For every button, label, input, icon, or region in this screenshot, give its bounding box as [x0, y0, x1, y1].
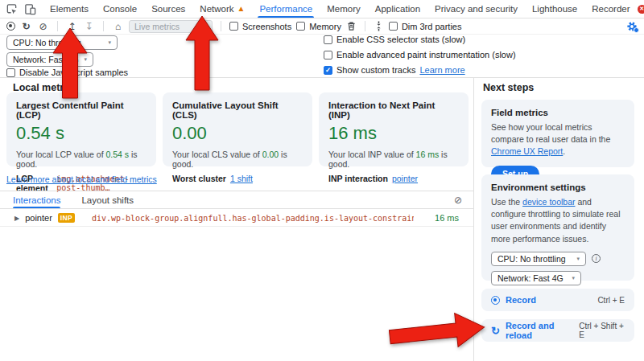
- field-metrics-text: See how your local metrics compare to re…: [491, 121, 625, 158]
- tab-interactions[interactable]: Interactions: [13, 191, 60, 208]
- paint-instrumentation-checkbox[interactable]: Enable advanced paint instrumentation (s…: [324, 50, 516, 59]
- inp-title: Interaction to Next Paint (INP): [328, 101, 459, 120]
- checkbox-box: [229, 22, 238, 31]
- record-and-reload-label: Record and reload: [506, 321, 573, 340]
- resize-tracks-icon[interactable]: [374, 21, 384, 31]
- interaction-node-link[interactable]: div.wp-block-group.alignfull.has-global-…: [92, 214, 414, 223]
- clear-interactions-icon[interactable]: ⊘: [454, 195, 462, 206]
- checkbox-box-checked: ✓: [324, 66, 332, 75]
- tab-console[interactable]: Console: [96, 0, 144, 18]
- local-field-metrics-learn-more-link[interactable]: Learn more about local and field metrics: [6, 174, 157, 184]
- cpu-info-icon[interactable]: i: [592, 254, 601, 263]
- inp-metric-card: Interaction to Next Paint (INP) 16 ms Yo…: [319, 92, 469, 166]
- interactions-tab-bar: Interactions Layout shifts ⊘: [0, 191, 473, 209]
- crux-report-link[interactable]: Chrome UX Report: [491, 146, 563, 156]
- local-metrics-heading: Local metrics: [13, 82, 78, 93]
- interaction-row[interactable]: ▶ pointer INP div.wp-block-group.alignfu…: [0, 210, 473, 227]
- screenshots-checkbox[interactable]: Screenshots: [229, 22, 291, 31]
- save-profile-icon[interactable]: ↧: [83, 22, 95, 31]
- toolbar-divider: [57, 21, 58, 31]
- device-toolbar-icon[interactable]: [24, 3, 36, 15]
- record-card[interactable]: Record Ctrl + E: [481, 289, 634, 311]
- next-steps-heading: Next steps: [483, 82, 534, 93]
- tab-network[interactable]: Network▲: [192, 0, 252, 18]
- capture-settings-gear-icon[interactable]: [626, 21, 638, 32]
- tab-sources[interactable]: Sources: [144, 0, 192, 18]
- devtools-tab-bar: Elements Console Sources Network▲ Perfor…: [0, 0, 644, 18]
- field-metrics-card: Field metrics See how your local metrics…: [481, 100, 634, 167]
- tab-recorder[interactable]: Recorder: [584, 0, 637, 18]
- expander-icon[interactable]: ▶: [14, 215, 19, 222]
- tab-performance[interactable]: Performance: [252, 0, 320, 18]
- reload-icon: ↻: [491, 326, 500, 336]
- environment-settings-card: Environment settings Use the device tool…: [481, 174, 634, 281]
- inp-interaction-link[interactable]: pointer: [392, 174, 418, 183]
- network-throttling-select[interactable]: Network: Fast 4G ▾: [6, 52, 93, 67]
- vertical-divider: [473, 77, 474, 361]
- lcp-metric-card: Largest Contentful Paint (LCP) 0.54 s Yo…: [6, 92, 156, 166]
- record-and-reload-button[interactable]: ↻: [20, 22, 32, 31]
- inp-value: 16 ms: [328, 123, 459, 144]
- custom-tracks-checkbox[interactable]: ✓ Show custom tracks Learn more: [324, 65, 465, 75]
- interaction-duration: 16 ms: [435, 213, 459, 223]
- interaction-name: pointer: [25, 213, 52, 223]
- chevron-down-icon: ▾: [576, 256, 580, 262]
- annotation-arrow-record-and-reload: [388, 310, 486, 354]
- dim-3rd-parties-checkbox[interactable]: Dim 3rd parties: [389, 22, 462, 31]
- cls-worst-cluster-row: Worst cluster 1 shift: [172, 174, 303, 183]
- record-button[interactable]: [6, 22, 15, 31]
- history-dropdown[interactable]: Live metrics ▾: [129, 20, 213, 33]
- tab-elements[interactable]: Elements: [43, 0, 96, 18]
- lcp-description: Your local LCP value of 0.54 s is good.: [16, 150, 147, 169]
- chevron-down-icon: ▾: [108, 39, 111, 46]
- tab-application[interactable]: Application: [368, 0, 427, 18]
- live-metrics-home-icon[interactable]: ⌂: [112, 22, 124, 31]
- device-toolbar-link[interactable]: device toolbar: [522, 197, 575, 207]
- clear-button[interactable]: ⊘: [37, 22, 49, 31]
- environment-settings-text: Use the device toolbar and configure thr…: [491, 196, 625, 245]
- worst-cluster-link[interactable]: 1 shift: [230, 174, 253, 183]
- performance-toolbar: ↻ ⊘ ↥ ↧ ⌂ Live metrics ▾ Screenshots Mem…: [0, 18, 644, 35]
- lcp-title: Largest Contentful Paint (LCP): [16, 101, 147, 120]
- checkbox-box: [296, 22, 305, 31]
- toolbar-divider: [365, 21, 365, 31]
- checkbox-box: [324, 35, 332, 44]
- checkbox-box: [389, 22, 398, 31]
- inspect-element-icon[interactable]: [6, 3, 18, 15]
- sidebar-cpu-select[interactable]: CPU: No throttling ▾: [491, 252, 586, 266]
- cpu-throttling-select[interactable]: CPU: No throttling ▾: [6, 35, 118, 50]
- cls-metric-card: Cumulative Layout Shift (CLS) 0.00 Your …: [163, 92, 312, 166]
- record-and-reload-card[interactable]: ↻ Record and reload Ctrl + Shift + E: [481, 319, 634, 342]
- chevron-down-icon: ▾: [84, 56, 87, 63]
- record-icon: [491, 296, 500, 305]
- disable-js-samples-checkbox[interactable]: Disable JavaScript samples: [6, 68, 128, 77]
- sidebar-network-select[interactable]: Network: Fast 4G ▾: [491, 271, 581, 285]
- tab-lighthouse[interactable]: Lighthouse: [525, 0, 584, 18]
- load-profile-icon[interactable]: ↥: [66, 22, 78, 31]
- cls-title: Cumulative Layout Shift (CLS): [172, 101, 303, 120]
- css-selector-stats-checkbox[interactable]: Enable CSS selector stats (slow): [324, 35, 465, 44]
- horizontal-divider: [0, 77, 644, 78]
- toolbar-divider: [221, 21, 221, 31]
- checkbox-box: [6, 68, 15, 77]
- tab-privacy-security[interactable]: Privacy and security: [427, 0, 525, 18]
- field-metrics-title: Field metrics: [491, 108, 625, 117]
- cls-value: 0.00: [172, 123, 303, 144]
- collect-garbage-icon[interactable]: [346, 21, 357, 31]
- memory-checkbox[interactable]: Memory: [296, 22, 341, 31]
- lcp-value: 0.54 s: [16, 123, 147, 144]
- cls-description: Your local CLS value of 0.00 is good.: [172, 150, 303, 169]
- error-icon[interactable]: ✕: [638, 5, 644, 14]
- checkbox-box: [324, 51, 332, 59]
- tab-memory[interactable]: Memory: [320, 0, 368, 18]
- custom-tracks-learn-more-link[interactable]: Learn more: [419, 65, 464, 75]
- record-shortcut: Ctrl + E: [597, 296, 625, 305]
- chevron-down-icon: ▾: [204, 23, 207, 30]
- tab-layout-shifts[interactable]: Layout shifts: [81, 191, 134, 208]
- inp-badge: INP: [58, 213, 75, 223]
- record-and-reload-shortcut: Ctrl + Shift + E: [579, 322, 625, 339]
- inp-interaction-row: INP interaction pointer: [328, 174, 459, 183]
- toolbar-divider: [103, 21, 104, 31]
- inp-description: Your local INP value of 16 ms is good.: [328, 150, 459, 169]
- environment-settings-title: Environment settings: [491, 183, 625, 192]
